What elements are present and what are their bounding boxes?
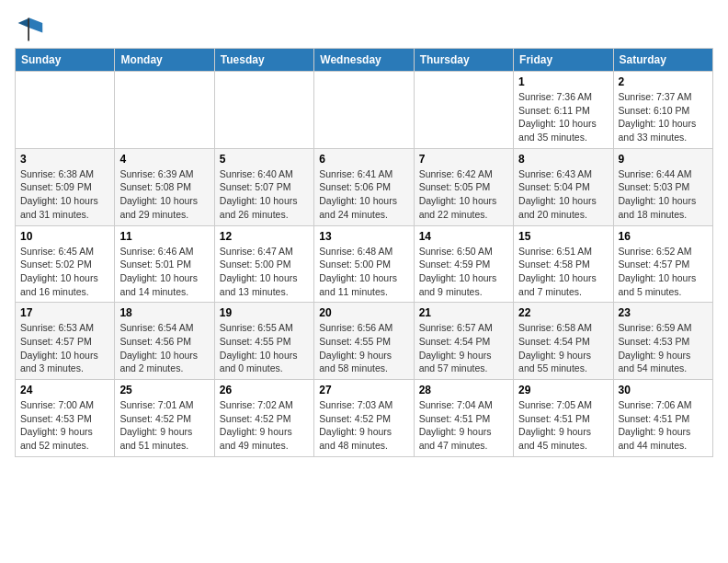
day-info: Sunrise: 6:39 AMSunset: 5:08 PMDaylight:… — [119, 167, 209, 222]
week-row-4: 17Sunrise: 6:53 AMSunset: 4:57 PMDayligh… — [16, 303, 713, 380]
day-info: Sunrise: 7:37 AMSunset: 6:10 PMDaylight:… — [619, 90, 708, 144]
calendar-cell: 23Sunrise: 6:59 AMSunset: 4:53 PMDayligh… — [613, 303, 712, 380]
day-number: 18 — [119, 306, 209, 319]
day-info: Sunrise: 6:44 AMSunset: 5:03 PMDaylight:… — [619, 167, 708, 222]
calendar-cell: 19Sunrise: 6:55 AMSunset: 4:55 PMDayligh… — [214, 303, 313, 380]
calendar-cell: 4Sunrise: 6:39 AMSunset: 5:08 PMDaylight… — [115, 148, 214, 225]
calendar-cell: 2Sunrise: 7:37 AMSunset: 6:10 PMDaylight… — [613, 72, 712, 149]
day-header-tuesday: Tuesday — [214, 49, 313, 72]
day-number: 22 — [518, 306, 608, 319]
day-info: Sunrise: 7:05 AMSunset: 4:51 PMDaylight:… — [518, 398, 608, 453]
day-number: 9 — [619, 153, 708, 166]
day-number: 13 — [319, 230, 408, 243]
calendar-cell — [16, 72, 115, 149]
day-header-sunday: Sunday — [16, 49, 115, 72]
day-info: Sunrise: 6:47 AMSunset: 5:00 PMDaylight:… — [220, 245, 309, 299]
day-info: Sunrise: 6:41 AMSunset: 5:06 PMDaylight:… — [319, 167, 408, 222]
day-number: 4 — [119, 153, 209, 166]
day-header-monday: Monday — [115, 49, 214, 72]
day-header-friday: Friday — [514, 49, 613, 72]
day-number: 24 — [20, 384, 109, 396]
header-row: SundayMondayTuesdayWednesdayThursdayFrid… — [16, 49, 713, 72]
day-info: Sunrise: 6:52 AMSunset: 4:57 PMDaylight:… — [619, 245, 708, 299]
day-number: 12 — [220, 230, 309, 243]
day-number: 28 — [419, 384, 508, 396]
calendar-table: SundayMondayTuesdayWednesdayThursdayFrid… — [15, 48, 713, 457]
calendar-cell: 9Sunrise: 6:44 AMSunset: 5:03 PMDaylight… — [613, 148, 712, 225]
day-header-thursday: Thursday — [414, 49, 513, 72]
day-info: Sunrise: 6:59 AMSunset: 4:53 PMDaylight:… — [619, 321, 708, 375]
day-info: Sunrise: 7:03 AMSunset: 4:52 PMDaylight:… — [319, 398, 408, 453]
calendar-cell — [314, 72, 414, 149]
week-row-5: 24Sunrise: 7:00 AMSunset: 4:53 PMDayligh… — [16, 380, 713, 457]
calendar-cell — [414, 72, 513, 149]
day-number: 7 — [419, 153, 508, 166]
calendar-cell: 7Sunrise: 6:42 AMSunset: 5:05 PMDaylight… — [414, 148, 513, 225]
calendar-cell: 29Sunrise: 7:05 AMSunset: 4:51 PMDayligh… — [514, 380, 613, 457]
day-number: 2 — [619, 75, 708, 88]
day-info: Sunrise: 7:36 AMSunset: 6:11 PMDaylight:… — [518, 90, 608, 144]
calendar-cell: 26Sunrise: 7:02 AMSunset: 4:52 PMDayligh… — [214, 380, 313, 457]
week-row-1: 1Sunrise: 7:36 AMSunset: 6:11 PMDaylight… — [16, 72, 713, 149]
day-info: Sunrise: 6:43 AMSunset: 5:04 PMDaylight:… — [518, 167, 608, 222]
day-number: 23 — [619, 306, 708, 319]
calendar-cell: 20Sunrise: 6:56 AMSunset: 4:55 PMDayligh… — [314, 303, 414, 380]
day-info: Sunrise: 7:00 AMSunset: 4:53 PMDaylight:… — [20, 398, 109, 453]
day-number: 30 — [619, 384, 708, 396]
day-number: 6 — [319, 153, 408, 166]
calendar-cell — [214, 72, 313, 149]
day-info: Sunrise: 6:48 AMSunset: 5:00 PMDaylight:… — [319, 245, 408, 299]
day-number: 26 — [220, 384, 309, 396]
logo-icon — [15, 15, 44, 44]
day-header-saturday: Saturday — [613, 49, 712, 72]
calendar-cell: 5Sunrise: 6:40 AMSunset: 5:07 PMDaylight… — [214, 148, 313, 225]
calendar-cell: 15Sunrise: 6:51 AMSunset: 4:58 PMDayligh… — [514, 225, 613, 303]
day-number: 14 — [419, 230, 508, 243]
calendar-cell: 21Sunrise: 6:57 AMSunset: 4:54 PMDayligh… — [414, 303, 513, 380]
calendar-cell: 12Sunrise: 6:47 AMSunset: 5:00 PMDayligh… — [214, 225, 313, 303]
day-info: Sunrise: 6:38 AMSunset: 5:09 PMDaylight:… — [20, 167, 109, 222]
day-number: 25 — [119, 384, 209, 396]
week-row-2: 3Sunrise: 6:38 AMSunset: 5:09 PMDaylight… — [16, 148, 713, 225]
calendar-cell: 16Sunrise: 6:52 AMSunset: 4:57 PMDayligh… — [613, 225, 712, 303]
calendar-cell: 30Sunrise: 7:06 AMSunset: 4:51 PMDayligh… — [613, 380, 712, 457]
calendar-cell: 13Sunrise: 6:48 AMSunset: 5:00 PMDayligh… — [314, 225, 414, 303]
day-number: 17 — [20, 306, 109, 319]
day-info: Sunrise: 7:06 AMSunset: 4:51 PMDaylight:… — [619, 398, 708, 453]
day-number: 10 — [20, 230, 109, 243]
day-info: Sunrise: 6:50 AMSunset: 4:59 PMDaylight:… — [419, 245, 508, 299]
calendar-cell: 3Sunrise: 6:38 AMSunset: 5:09 PMDaylight… — [16, 148, 115, 225]
svg-rect-3 — [28, 18, 29, 41]
day-number: 20 — [319, 306, 408, 319]
day-info: Sunrise: 6:53 AMSunset: 4:57 PMDaylight:… — [20, 321, 109, 375]
day-info: Sunrise: 6:56 AMSunset: 4:55 PMDaylight:… — [319, 321, 408, 375]
day-number: 19 — [220, 306, 309, 319]
day-header-wednesday: Wednesday — [314, 49, 414, 72]
calendar-cell: 1Sunrise: 7:36 AMSunset: 6:11 PMDaylight… — [514, 72, 613, 149]
day-number: 8 — [518, 153, 608, 166]
calendar-cell: 8Sunrise: 6:43 AMSunset: 5:04 PMDaylight… — [514, 148, 613, 225]
day-number: 21 — [419, 306, 508, 319]
calendar-cell: 24Sunrise: 7:00 AMSunset: 4:53 PMDayligh… — [16, 380, 115, 457]
day-number: 29 — [518, 384, 608, 396]
page-header — [15, 15, 713, 44]
day-number: 5 — [220, 153, 309, 166]
logo — [15, 15, 48, 44]
day-info: Sunrise: 7:02 AMSunset: 4:52 PMDaylight:… — [220, 398, 309, 453]
day-info: Sunrise: 6:55 AMSunset: 4:55 PMDaylight:… — [220, 321, 309, 375]
calendar-cell: 11Sunrise: 6:46 AMSunset: 5:01 PMDayligh… — [115, 225, 214, 303]
day-info: Sunrise: 6:51 AMSunset: 4:58 PMDaylight:… — [518, 245, 608, 299]
calendar-cell — [115, 72, 214, 149]
calendar-cell: 25Sunrise: 7:01 AMSunset: 4:52 PMDayligh… — [115, 380, 214, 457]
day-number: 3 — [20, 153, 109, 166]
day-info: Sunrise: 6:54 AMSunset: 4:56 PMDaylight:… — [119, 321, 209, 375]
day-info: Sunrise: 6:45 AMSunset: 5:02 PMDaylight:… — [20, 245, 109, 299]
week-row-3: 10Sunrise: 6:45 AMSunset: 5:02 PMDayligh… — [16, 225, 713, 303]
day-number: 27 — [319, 384, 408, 396]
calendar-cell: 6Sunrise: 6:41 AMSunset: 5:06 PMDaylight… — [314, 148, 414, 225]
day-info: Sunrise: 6:40 AMSunset: 5:07 PMDaylight:… — [220, 167, 309, 222]
calendar-cell: 10Sunrise: 6:45 AMSunset: 5:02 PMDayligh… — [16, 225, 115, 303]
day-info: Sunrise: 6:42 AMSunset: 5:05 PMDaylight:… — [419, 167, 508, 222]
calendar-cell: 18Sunrise: 6:54 AMSunset: 4:56 PMDayligh… — [115, 303, 214, 380]
day-number: 1 — [518, 75, 608, 88]
